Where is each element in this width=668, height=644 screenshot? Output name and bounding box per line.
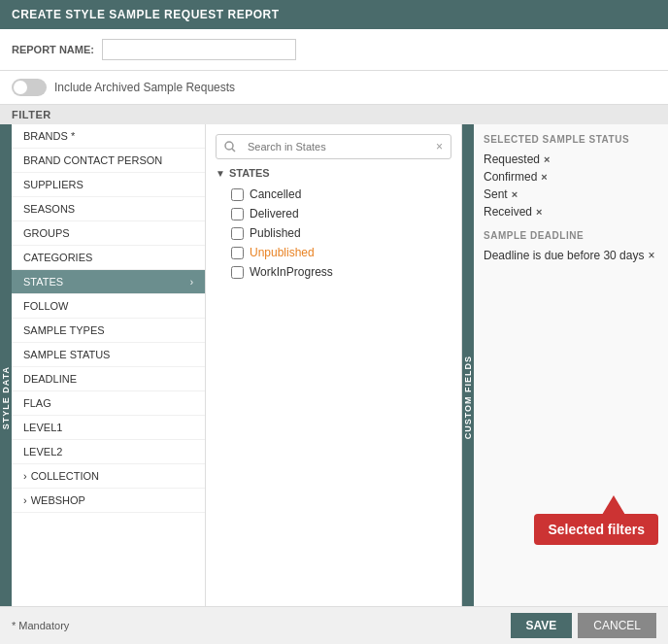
remove-sent-button[interactable]: ×	[512, 188, 518, 200]
states-label: STATES	[229, 167, 270, 179]
deadline-section: SAMPLE DEADLINE Deadline is due before 3…	[484, 230, 658, 264]
save-button[interactable]: SAVE	[511, 613, 573, 638]
nav-item-suppliers[interactable]: SUPPLIERS	[12, 173, 205, 197]
bottom-bar: * Mandatory SAVE CANCEL	[0, 606, 668, 644]
nav-item-follow[interactable]: FOLLOW	[12, 294, 205, 319]
action-buttons: SAVE CANCEL	[511, 613, 656, 638]
archive-row: Include Archived Sample Requests	[0, 71, 668, 105]
archive-label: Include Archived Sample Requests	[54, 81, 235, 94]
nav-item-flag[interactable]: FLAG	[12, 391, 205, 416]
checkbox-workinprogress[interactable]: WorkInProgress	[216, 262, 451, 282]
nav-item-level1[interactable]: LEVEL1	[12, 416, 205, 440]
filter-tag-sent: Sent ×	[484, 186, 658, 203]
title-bar: CREATE STYLE SAMPLE REQUEST REPORT	[0, 0, 668, 29]
svg-line-1	[232, 149, 235, 152]
nav-item-brand-contact[interactable]: BRAND CONTACT PERSON	[12, 149, 205, 173]
clear-search-icon[interactable]: ×	[428, 135, 451, 158]
nav-item-categories[interactable]: CATEGORIES	[12, 246, 205, 270]
checkbox-published[interactable]: Published	[216, 223, 451, 243]
nav-item-sample-status[interactable]: SAMPLE STATUS	[12, 343, 205, 367]
remove-requested-button[interactable]: ×	[544, 153, 550, 165]
nav-item-groups[interactable]: GROUPS	[12, 221, 205, 246]
states-header: ▼ STATES	[216, 167, 451, 179]
arrow-callout: Selected filters	[534, 495, 658, 545]
cancel-button[interactable]: CANCEL	[578, 613, 656, 638]
archive-toggle[interactable]	[12, 79, 47, 96]
nav-item-collection[interactable]: › COLLECTION	[12, 464, 205, 489]
deadline-title: SAMPLE DEADLINE	[484, 230, 658, 241]
main-content: STYLE DATA BRANDS * BRAND CONTACT PERSON…	[0, 124, 668, 644]
nav-item-deadline[interactable]: DEADLINE	[12, 367, 205, 391]
search-row: ×	[216, 134, 451, 159]
filter-tag-confirmed: Confirmed ×	[484, 168, 658, 186]
callout-box: Selected filters	[534, 514, 658, 545]
states-section: ▼ STATES Cancelled Delivered Published U…	[216, 167, 451, 282]
page-title: CREATE STYLE SAMPLE REQUEST REPORT	[12, 8, 279, 21]
report-name-row: REPORT NAME:	[0, 29, 668, 71]
custom-fields-tab[interactable]: CUSTOM FIELDS	[462, 124, 474, 644]
filter-tag-received: Received ×	[484, 203, 658, 220]
svg-point-0	[225, 142, 233, 150]
selected-status-section: SELECTED SAMPLE STATUS Requested × Confi…	[484, 134, 658, 220]
nav-item-level2[interactable]: LEVEL2	[12, 440, 205, 464]
style-data-tab[interactable]: STYLE DATA	[0, 124, 12, 644]
nav-item-seasons[interactable]: SEASONS	[12, 197, 205, 221]
left-panel: BRANDS * BRAND CONTACT PERSON SUPPLIERS …	[12, 124, 206, 644]
nav-item-webshop[interactable]: › WEBSHOP	[12, 489, 205, 513]
remove-deadline-button[interactable]: ×	[648, 249, 654, 262]
filter-bar: FILTER	[0, 105, 668, 124]
mandatory-text: * Mandatory	[12, 620, 69, 631]
nav-item-states[interactable]: STATES ›	[12, 270, 205, 294]
search-icon	[217, 136, 244, 157]
report-name-label: REPORT NAME:	[12, 44, 94, 55]
filter-tag-requested: Requested ×	[484, 151, 658, 168]
right-panel: SELECTED SAMPLE STATUS Requested × Confi…	[474, 124, 668, 644]
nav-item-brands[interactable]: BRANDS *	[12, 124, 205, 149]
remove-received-button[interactable]: ×	[536, 206, 542, 218]
middle-panel: × ▼ STATES Cancelled Delivered Published	[206, 124, 462, 644]
checkbox-cancelled[interactable]: Cancelled	[216, 185, 451, 204]
checkbox-delivered[interactable]: Delivered	[216, 204, 451, 223]
callout-arrow-shape	[602, 495, 625, 515]
chevron-right-icon: ›	[190, 277, 193, 288]
report-name-input[interactable]	[102, 39, 296, 60]
states-search-input[interactable]	[244, 136, 428, 157]
deadline-tag: Deadline is due before 30 days ×	[484, 247, 658, 264]
selected-status-title: SELECTED SAMPLE STATUS	[484, 134, 658, 145]
remove-confirmed-button[interactable]: ×	[541, 171, 547, 183]
checkbox-unpublished[interactable]: Unpublished	[216, 243, 451, 262]
collapse-arrow-icon[interactable]: ▼	[216, 168, 225, 179]
nav-item-sample-types[interactable]: SAMPLE TYPES	[12, 319, 205, 343]
